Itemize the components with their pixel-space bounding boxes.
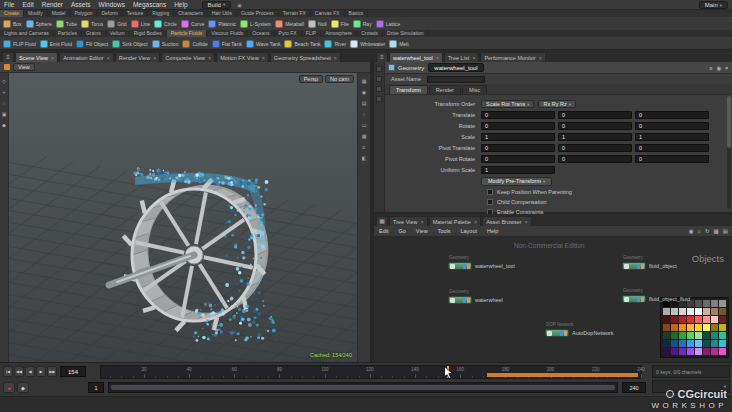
shelf-tool-flat-tank[interactable]: Flat Tank (212, 40, 242, 48)
palette-swatch[interactable] (719, 316, 726, 323)
shelf-tool-fill-object[interactable]: Fill Object (76, 40, 108, 48)
node-body[interactable] (622, 295, 646, 303)
xform-order-select[interactable]: Scale Rot Trans ▾ (481, 100, 534, 108)
shelf-tool-tube[interactable]: Tube (56, 20, 77, 28)
palette-swatch[interactable] (663, 316, 670, 323)
translate-field-0[interactable]: 0 (481, 111, 555, 119)
network-canvas[interactable]: Non-Commercial Edition Objects Geometryw… (374, 237, 732, 362)
shelf-tab-modify[interactable]: Modify (24, 10, 48, 17)
select-icon[interactable]: ◇ (0, 78, 8, 84)
palette-swatch[interactable] (711, 316, 718, 323)
palette-swatch[interactable] (711, 340, 718, 347)
close-tab-icon[interactable]: × (334, 55, 337, 61)
shelf-tab-rigging[interactable]: Rigging (148, 10, 174, 17)
shelf-tool-platonic[interactable]: Platonic (208, 20, 236, 28)
palette-swatch[interactable] (663, 308, 670, 315)
palette-swatch[interactable] (687, 316, 694, 323)
shelf-tab-vellum[interactable]: Vellum (106, 30, 130, 37)
shelf-tool-file[interactable]: File (331, 20, 349, 28)
select-flag[interactable] (463, 298, 466, 303)
pane-menu-icon[interactable]: ≡ (2, 52, 14, 62)
shelf-tab-model[interactable]: Model (48, 10, 71, 17)
palette-swatch[interactable] (711, 332, 718, 339)
shelf-tool-river[interactable]: River (324, 40, 346, 48)
shelf-tab-polygon[interactable]: Polygon (70, 10, 97, 17)
shelf-tab-terrain-fx[interactable]: Terrain FX (279, 10, 311, 17)
node-waterwheel-tool[interactable]: Geometrywaterwheel_tool (448, 262, 472, 270)
palette-swatch[interactable] (663, 348, 670, 355)
palette-swatch[interactable] (679, 340, 686, 347)
param-tab-transform[interactable]: Transform (389, 85, 428, 94)
palette-swatch[interactable] (687, 340, 694, 347)
display-options-icon[interactable]: ≡ (358, 144, 370, 150)
close-tab-icon[interactable]: × (436, 55, 439, 61)
grid-display-icon[interactable]: ▦ (358, 133, 370, 139)
palette-swatch[interactable] (695, 324, 702, 331)
shelf-tool-wave-tank[interactable]: Wave Tank (246, 40, 280, 48)
camera-icon[interactable]: ▭ (358, 122, 370, 128)
shelf-tab-rigid-bodies[interactable]: Rigid Bodies (130, 30, 167, 37)
tab-scene-view[interactable]: Scene View× (15, 52, 58, 62)
node-fluid-object-fluid[interactable]: Geometryfluid_object_fluid (622, 295, 646, 303)
shelf-tool-beach-tank[interactable]: Beach Tank (284, 40, 320, 48)
tab-tree-list[interactable]: Tree List× (444, 52, 479, 62)
palette-swatch[interactable] (703, 332, 710, 339)
palette-swatch[interactable] (703, 300, 710, 307)
shelf-tool-l-system[interactable]: L-System (240, 20, 271, 28)
palette-swatch[interactable] (671, 340, 678, 347)
shelf-tab-create[interactable]: Create (0, 10, 24, 17)
tab-animation-editor[interactable]: Animation Editor× (59, 52, 114, 62)
shelf-tool-torus[interactable]: Torus (81, 20, 103, 28)
shelf-tab-canvas-fx[interactable]: Canvas FX (311, 10, 345, 17)
shelf-tool-sphere[interactable]: Sphere (26, 20, 52, 28)
shelf-tool-curve[interactable]: Curve (181, 20, 204, 28)
menu-windows[interactable]: Windows (95, 1, 129, 8)
node-waterwheel[interactable]: Geometrywaterwheel (448, 296, 472, 304)
palette-swatch[interactable] (679, 308, 686, 315)
scoped-channels-icon[interactable]: ◆ (17, 382, 29, 393)
node-name-field[interactable]: waterwheel_tool (428, 63, 483, 72)
close-tab-icon[interactable]: × (472, 55, 475, 61)
tab-geometry-spreadsheet[interactable]: Geometry Spreadsheet× (270, 52, 341, 62)
scale-field-0[interactable]: 1 (481, 133, 555, 141)
shelf-tab-particles[interactable]: Particles (54, 30, 82, 37)
palette-swatch[interactable] (695, 316, 702, 323)
child-compensation-checkbox[interactable] (487, 199, 493, 205)
param-tab-misc[interactable]: Misc (462, 85, 487, 94)
modify-pre-transform-button[interactable]: Modify Pre-Transform ▾ (481, 177, 552, 186)
node-fluid-object[interactable]: Geometryfluid_object (622, 262, 646, 270)
wireframe-icon[interactable]: ▤ (358, 100, 370, 106)
shelf-tool-null[interactable]: Null (308, 20, 327, 28)
shelf-tab-pyro-fx[interactable]: Pyro FX (275, 30, 302, 37)
pivot-translate-field-2[interactable]: 0 (635, 144, 709, 152)
camera-menu[interactable]: No cam (325, 75, 354, 83)
shelf-tab-atmosphere[interactable]: Atmosphere (321, 30, 357, 37)
select-flag[interactable] (637, 297, 640, 302)
shelf-tool-flip-fluid[interactable]: FLIP Fluid (3, 40, 36, 48)
node-body[interactable] (448, 296, 472, 304)
palette-swatch[interactable] (663, 332, 670, 339)
keep-position-when-parenting-checkbox[interactable] (487, 189, 493, 195)
waterwheel-model[interactable] (109, 179, 267, 330)
palette-swatch[interactable] (719, 324, 726, 331)
shelf-tab-basics[interactable]: Basics (345, 10, 369, 17)
range-end-field[interactable]: 240 (622, 382, 646, 393)
rewind-button[interactable]: |◀ (3, 366, 13, 377)
node-body[interactable] (545, 329, 569, 337)
shelf-tab-hair-utils[interactable]: Hair Utils (208, 10, 237, 17)
palette-swatch[interactable] (671, 348, 678, 355)
parameters-scrollbar[interactable] (727, 96, 731, 209)
palette-swatch[interactable] (695, 308, 702, 315)
display-flag[interactable] (641, 297, 644, 302)
rotate-icon[interactable]: ○ (0, 100, 8, 106)
translate-icon[interactable]: + (0, 89, 8, 95)
palette-swatch[interactable] (719, 332, 726, 339)
lighting-icon[interactable]: ○ (358, 111, 370, 117)
refresh-icon[interactable]: ↻ (705, 228, 710, 234)
param-tab-render[interactable]: Render (429, 85, 461, 94)
rotate-field-1[interactable]: 0 (558, 122, 632, 130)
shelf-tab-crowds[interactable]: Crowds (357, 30, 383, 37)
translate-field-1[interactable]: 0 (558, 111, 632, 119)
tab-tree-view[interactable]: Tree View× (389, 216, 428, 226)
scale-field-1[interactable]: 1 (558, 133, 632, 141)
